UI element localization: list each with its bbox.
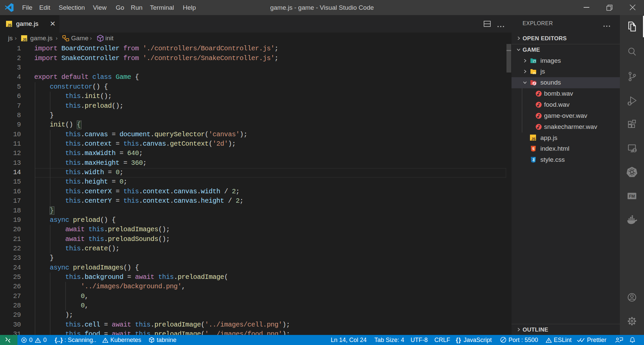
svg-text:3: 3 [532, 158, 534, 162]
svg-text:FM: FM [629, 194, 635, 199]
svg-text:JS: JS [533, 71, 536, 75]
svg-text:JS: JS [7, 23, 12, 27]
svg-text:5: 5 [532, 147, 534, 151]
svg-text:JS: JS [22, 38, 27, 41]
svg-text:JS: JS [531, 137, 536, 140]
